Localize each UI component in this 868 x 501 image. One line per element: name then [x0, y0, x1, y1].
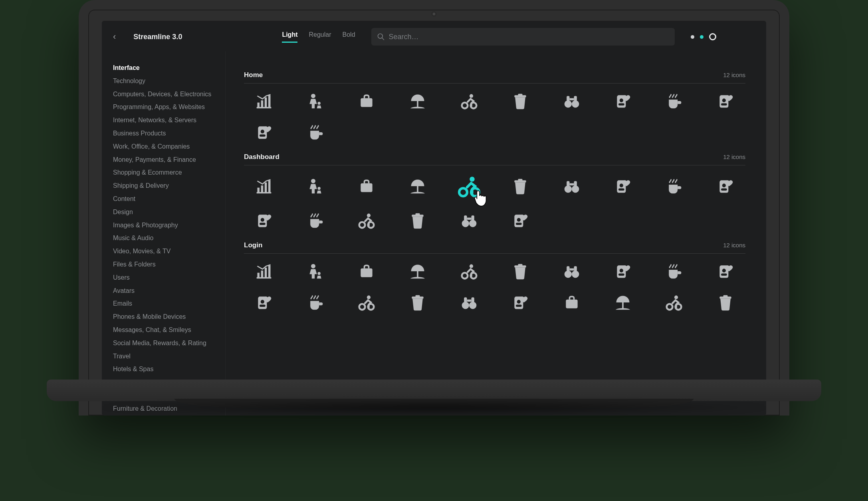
icon-grid — [244, 262, 745, 311]
app-window: ‹ Streamline 3.0 Light Regular Bold — [102, 21, 766, 416]
icon-grid — [244, 174, 745, 229]
id-heart-icon[interactable] — [603, 174, 643, 198]
id-heart-icon[interactable] — [244, 123, 284, 141]
sidebar-item[interactable]: Avatars — [113, 284, 217, 298]
coffee-cup-icon[interactable] — [295, 294, 335, 311]
id-heart-icon[interactable] — [500, 294, 540, 311]
sidebar-item[interactable]: Computers, Devices, & Electronics — [113, 88, 217, 101]
back-button[interactable]: ‹ — [113, 32, 116, 42]
cyclist-icon[interactable] — [449, 174, 489, 198]
trash-icon[interactable] — [398, 294, 438, 311]
coffee-cup-icon[interactable] — [295, 212, 335, 229]
sidebar-item[interactable]: Phones & Mobile Devices — [113, 310, 217, 324]
binoculars-icon[interactable] — [449, 212, 489, 229]
sidebar-item[interactable]: Files & Folders — [113, 258, 217, 271]
status-dot-2-icon — [700, 35, 704, 39]
id-heart-icon[interactable] — [244, 212, 284, 229]
sidebar-item[interactable]: Content — [113, 193, 217, 206]
cyclist-icon[interactable] — [449, 262, 489, 280]
sidebar-item[interactable]: Users — [113, 271, 217, 284]
laptop-base — [47, 380, 821, 416]
sidebar-item[interactable]: Hotels & Spas — [113, 363, 217, 376]
section-count: 12 icons — [723, 242, 745, 249]
sidebar-item[interactable]: Social Media, Rewards, & Rating — [113, 337, 217, 350]
coffee-cup-icon[interactable] — [295, 123, 335, 141]
trash-icon[interactable] — [500, 262, 540, 280]
sidebar-item[interactable]: Money, Payments, & Finance — [113, 153, 217, 167]
status-dot-1-icon — [691, 35, 694, 39]
id-heart-icon[interactable] — [603, 262, 643, 280]
id-heart-icon[interactable] — [705, 262, 745, 280]
section-title: Dashboard — [244, 153, 279, 161]
tab-light[interactable]: Light — [282, 31, 297, 43]
section-count: 12 icons — [723, 153, 745, 160]
binoculars-icon[interactable] — [551, 92, 591, 110]
beach-umbrella-icon[interactable] — [398, 262, 438, 280]
mother-child-icon[interactable] — [295, 262, 335, 280]
beach-umbrella-icon[interactable] — [398, 174, 438, 198]
tab-bold[interactable]: Bold — [343, 31, 355, 43]
suitcase-icon[interactable] — [347, 174, 386, 198]
chart-bar-icon[interactable] — [244, 92, 284, 110]
search-icon — [377, 33, 385, 41]
binoculars-icon[interactable] — [551, 174, 591, 198]
sidebar-item[interactable]: Programming, Apps, & Websites — [113, 101, 217, 114]
sidebar-item[interactable]: Music & Audio — [113, 232, 217, 245]
sidebar-item[interactable]: Emails — [113, 297, 217, 310]
suitcase-icon[interactable] — [347, 262, 386, 280]
cyclist-icon[interactable] — [449, 92, 489, 110]
sidebar-item[interactable]: Shopping & Ecommerce — [113, 166, 217, 179]
status-ring-icon[interactable] — [709, 33, 716, 40]
sidebar-item[interactable]: Design — [113, 206, 217, 219]
icon-grid — [244, 92, 745, 141]
coffee-cup-icon[interactable] — [654, 174, 694, 198]
beach-umbrella-icon[interactable] — [603, 294, 643, 311]
search-input[interactable] — [371, 28, 675, 46]
section-count: 12 icons — [723, 72, 745, 78]
cyclist-icon[interactable] — [654, 294, 694, 311]
beach-umbrella-icon[interactable] — [398, 92, 438, 110]
sidebar-item[interactable]: Interface — [113, 62, 217, 75]
id-heart-icon[interactable] — [500, 212, 540, 229]
weight-tabs: Light Regular Bold — [282, 31, 355, 43]
id-heart-icon[interactable] — [603, 92, 643, 110]
binoculars-icon[interactable] — [449, 294, 489, 311]
trash-icon[interactable] — [500, 92, 540, 110]
sidebar-item[interactable]: Video, Movies, & TV — [113, 245, 217, 258]
app-title: Streamline 3.0 — [133, 33, 182, 41]
id-heart-icon[interactable] — [705, 174, 745, 198]
search-field-wrap — [371, 28, 675, 46]
chart-bar-icon[interactable] — [244, 174, 284, 198]
section-title: Login — [244, 241, 262, 249]
suitcase-icon[interactable] — [347, 92, 386, 110]
cyclist-icon[interactable] — [347, 212, 386, 229]
sidebar-item[interactable]: Technology — [113, 75, 217, 88]
sidebar-item[interactable]: Business Products — [113, 127, 217, 140]
sidebar-item[interactable]: Work, Office, & Companies — [113, 140, 217, 153]
top-bar: ‹ Streamline 3.0 Light Regular Bold — [102, 21, 766, 51]
window-controls — [691, 33, 716, 40]
mother-child-icon[interactable] — [295, 92, 335, 110]
sidebar-item[interactable]: Travel — [113, 350, 217, 363]
sidebar-item[interactable]: Messages, Chat, & Smileys — [113, 324, 217, 337]
mother-child-icon[interactable] — [295, 174, 335, 198]
binoculars-icon[interactable] — [551, 262, 591, 280]
coffee-cup-icon[interactable] — [654, 92, 694, 110]
webcam-icon — [431, 11, 437, 17]
chart-bar-icon[interactable] — [244, 262, 284, 280]
sidebar-item[interactable]: Images & Photography — [113, 219, 217, 232]
coffee-cup-icon[interactable] — [654, 262, 694, 280]
section-header: Home12 icons — [244, 59, 745, 84]
suitcase-icon[interactable] — [551, 294, 591, 311]
id-heart-icon[interactable] — [244, 294, 284, 311]
tab-regular[interactable]: Regular — [309, 31, 331, 43]
id-heart-icon[interactable] — [705, 92, 745, 110]
icon-gallery: Home12 iconsDashboard12 iconsLogin12 ico… — [226, 51, 766, 416]
trash-icon[interactable] — [398, 212, 438, 229]
trash-icon[interactable] — [500, 174, 540, 198]
category-sidebar: InterfaceTechnologyComputers, Devices, &… — [102, 51, 226, 416]
trash-icon[interactable] — [705, 294, 745, 311]
sidebar-item[interactable]: Shipping & Delivery — [113, 179, 217, 193]
sidebar-item[interactable]: Internet, Networks, & Servers — [113, 114, 217, 127]
cyclist-icon[interactable] — [347, 294, 386, 311]
